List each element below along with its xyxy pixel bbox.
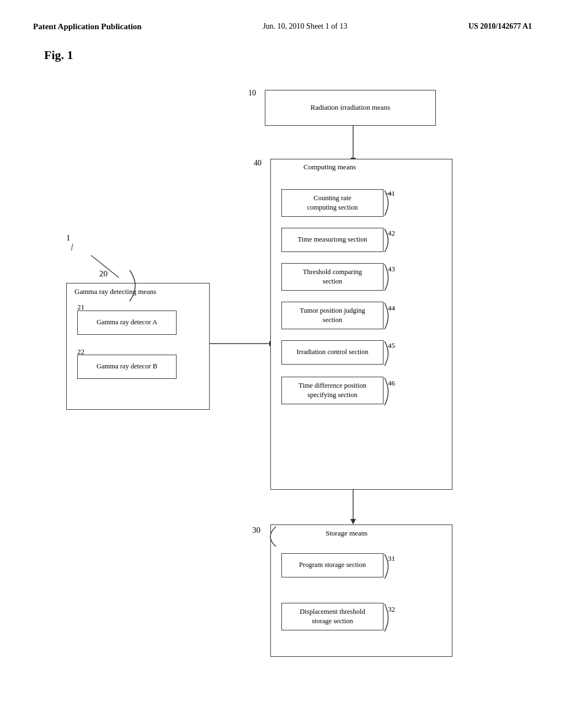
header-left: Patent Application Publication	[33, 22, 142, 31]
num-42: 42	[388, 229, 395, 238]
section-44: Tumor position judgingsection	[281, 302, 383, 329]
num-32: 32	[388, 605, 395, 614]
num-44: 44	[388, 304, 395, 313]
header-center: Jun. 10, 2010 Sheet 1 of 13	[263, 22, 347, 31]
storage-num: 30	[252, 526, 260, 535]
storage-outer-box	[270, 524, 452, 657]
num-31: 31	[388, 554, 395, 563]
num-43: 43	[388, 265, 395, 274]
num-45: 45	[388, 341, 395, 350]
fig-label: Fig. 1	[44, 48, 532, 62]
ref-num-1: 1	[66, 233, 71, 243]
gamma-label: Gamma ray detecting means	[74, 287, 156, 296]
ref-arrow-1: \	[68, 242, 76, 253]
computing-num: 40	[254, 159, 262, 168]
computing-label: Computing means	[303, 163, 356, 172]
header: Patent Application Publication Jun. 10, …	[33, 22, 532, 31]
radiation-box: Radiation irradiation means	[265, 90, 436, 126]
section-42: Time measuriong section	[281, 228, 383, 252]
gamma-num: 20	[99, 269, 108, 279]
num-46: 46	[388, 379, 395, 388]
section-45: Irradiation control section	[281, 340, 383, 365]
section-46: Time difference positionspecifying secti…	[281, 377, 383, 404]
section-43: Threshold comparingsection	[281, 263, 383, 291]
detector-22: Gamma ray detecor B	[77, 355, 177, 379]
diagram-area: 1 \ Radiation irradiation means 10 Compu…	[33, 73, 532, 680]
num-22: 22	[77, 347, 84, 356]
section-41: Counting ratecomputing section	[281, 189, 383, 217]
header-right: US 2010/142677 A1	[468, 22, 532, 31]
num-21: 21	[77, 303, 84, 312]
radiation-num: 10	[248, 89, 256, 98]
storage-label: Storage means	[326, 529, 367, 538]
detector-21: Gamma ray detecor A	[77, 311, 177, 335]
storage-32: Displacement thresholdstorage section	[281, 603, 383, 630]
page: Patent Application Publication Jun. 10, …	[0, 0, 565, 728]
svg-marker-3	[350, 519, 356, 524]
storage-31: Program storage section	[281, 553, 383, 577]
gamma-outer-box	[66, 283, 210, 410]
